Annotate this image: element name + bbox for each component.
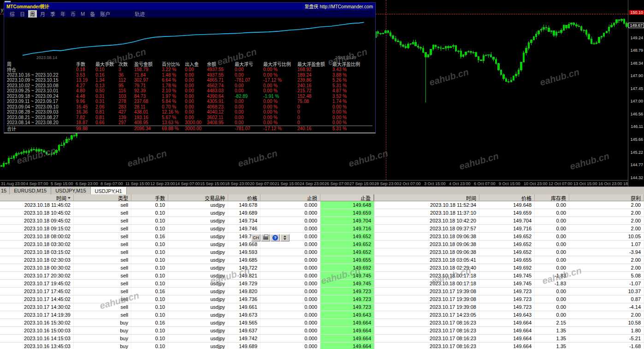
history-row[interactable]: 2023.10.18 08:00:02sell0.16usdjpy149.715… xyxy=(0,233,644,241)
history-cell-8: 149.643 xyxy=(479,311,535,319)
time-label: 26 Sep 07:00 xyxy=(325,181,349,186)
stats-cell: 2023.10.02 ~ 2023.10.08 xyxy=(7,83,76,88)
stats-menu-item-币[interactable]: 币 xyxy=(69,10,77,18)
history-row[interactable]: 2023.10.18 02:30:03sell0.10usdjpy149.685… xyxy=(0,256,644,264)
history-cell-6: 149.745 xyxy=(320,272,374,279)
history-row[interactable]: 2023.10.16 15:00:03buy0.10usdjpy149.6370… xyxy=(0,327,644,335)
history-cell-0: 2023.10.16 13:45:03 xyxy=(0,343,74,349)
history-cell-1: sell xyxy=(74,248,131,256)
sort-indicator-icon[interactable] xyxy=(68,197,71,199)
stats-cell: 3000.00 xyxy=(185,120,207,125)
stats-table: 周手数最大手数次数盈亏金额百分比%出入金余额最大浮亏最大浮亏比例最大浮盈金额最大… xyxy=(4,60,375,132)
history-cell-10: 10.58 xyxy=(569,319,644,326)
history-cell-3: usdjpy xyxy=(168,327,228,334)
stats-brand-link[interactable]: 复盘侠 http://MTCommander.com xyxy=(305,3,373,10)
header-label: 时间 xyxy=(466,194,476,202)
history-cell-6: 149.652 xyxy=(320,248,374,256)
history-cell-7: 2023.10.17 19:39:08 xyxy=(374,303,479,311)
history-cell-1: sell xyxy=(74,225,131,232)
history-row[interactable]: 2023.10.17 17:45:02sell0.16usdjpy149.820… xyxy=(0,288,644,295)
history-row[interactable]: 2023.10.17 14:19:39sell0.10usdjpy149.673… xyxy=(0,311,644,319)
stats-header-cell: 最大浮盈金额 xyxy=(297,60,332,67)
stats-menu-item-M[interactable]: M xyxy=(79,11,87,17)
history-row[interactable]: 2023.10.18 00:30:02sell0.10usdjpy149.722… xyxy=(0,264,644,272)
spin-button[interactable] xyxy=(280,234,290,241)
header-label: 止损 xyxy=(307,194,317,202)
stats-menu-item-综[interactable]: 综 xyxy=(8,10,17,18)
stats-menu-item-账户[interactable]: 账户 xyxy=(98,10,112,18)
stats-menu-item-日[interactable]: 日 xyxy=(18,10,27,18)
history-row[interactable]: 2023.10.18 11:45:02sell0.10usdjpy149.678… xyxy=(0,201,644,209)
stats-cell: 240.16 xyxy=(297,126,332,131)
stats-cell: 0.31 xyxy=(95,99,118,104)
history-row[interactable]: 2023.10.17 19:45:02sell0.10usdjpy149.729… xyxy=(0,280,644,288)
stats-header-cell: 最大手数 xyxy=(95,60,118,67)
history-row[interactable]: 2023.10.18 03:30:02sell0.10usdjpy149.668… xyxy=(0,241,644,248)
history-cell-2: 0.10 xyxy=(131,248,168,256)
history-row[interactable]: 2023.10.18 09:45:02sell0.10usdjpy149.734… xyxy=(0,217,644,225)
history-cell-8: 149.652 xyxy=(479,248,535,256)
stats-cell: 4.80 xyxy=(76,88,95,93)
chart-tab-eurusd-m15[interactable]: EURUSD,M15 xyxy=(10,187,51,194)
stats-menu-item-年[interactable]: 年 xyxy=(59,10,67,18)
history-header-3[interactable]: 交易品种 xyxy=(168,194,228,202)
stats-cell: 0.00 % xyxy=(263,109,297,114)
chart-tab-usdjpy-m15[interactable]: USDJPY,M15 xyxy=(51,187,90,194)
history-row[interactable]: 2023.10.16 14:15:03buy0.10usdjpy149.7420… xyxy=(0,335,644,343)
stats-cell: 4040.12 xyxy=(207,109,235,114)
time-label: 9 Oct 15:00 xyxy=(499,181,520,186)
stats-cell: 0.00 % xyxy=(263,88,297,93)
history-header-8[interactable]: 价格 xyxy=(479,194,535,202)
stats-header-cell: 最大浮亏 xyxy=(235,60,263,67)
stats-cell: 2023.10.09 ~ 2023.10.15 xyxy=(7,78,76,83)
ch-button[interactable]: CH xyxy=(251,234,260,241)
help-button[interactable]: ? xyxy=(271,234,280,241)
history-row[interactable]: 2023.10.17 14:45:02sell0.10usdjpy149.736… xyxy=(0,295,644,303)
history-row[interactable]: 2023.10.18 09:15:02sell0.10usdjpy149.746… xyxy=(0,225,644,233)
stats-cell: 0.18 xyxy=(76,67,95,72)
history-header-10[interactable]: 获利 xyxy=(569,194,644,202)
history-header-2[interactable]: 手数 xyxy=(131,194,168,202)
stats-menu-item-备[interactable]: 备 xyxy=(88,10,97,18)
history-cell-10: 10.37 xyxy=(569,288,644,295)
history-cell-6: 149.664 xyxy=(320,319,374,326)
stats-menu-item-月[interactable]: 月 xyxy=(38,10,47,18)
header-label: 库存费 xyxy=(551,194,566,202)
price-label: 147.45 xyxy=(630,86,643,91)
history-row[interactable]: 2023.10.17 20:30:02sell0.10usdjpy149.821… xyxy=(0,272,644,280)
stats-cell: 0.10 xyxy=(95,67,118,72)
history-cell-3: usdjpy xyxy=(168,264,228,271)
history-row[interactable]: 2023.10.17 14:30:02sell0.10usdjpy149.661… xyxy=(0,303,644,311)
history-header-4[interactable]: 价格 xyxy=(228,194,260,202)
history-row[interactable]: 2023.10.16 15:30:02buy0.16usdjpy149.5650… xyxy=(0,319,644,327)
header-label: 类型 xyxy=(118,194,128,202)
history-header-5[interactable]: 止损 xyxy=(260,194,320,202)
history-header-0[interactable]: 时间 xyxy=(0,194,74,202)
history-cell-10: -1.68 xyxy=(569,343,644,349)
print-button[interactable] xyxy=(261,234,270,241)
history-header-9[interactable]: 库存费 xyxy=(535,194,569,202)
chart-tab-usdjpy-h1[interactable]: USDJPY,H1 xyxy=(91,187,127,194)
stats-menu-item-track[interactable]: 轨迹 xyxy=(133,10,147,18)
stats-cell: 0.00 % xyxy=(332,120,363,125)
stats-cell: 0.00 % xyxy=(263,67,297,72)
history-cell-4: 149.673 xyxy=(228,311,260,319)
price-label: 149.67 xyxy=(628,23,644,28)
equity-chart: 2023.08.14 2023.10.16 xyxy=(4,18,375,60)
history-header-6[interactable]: 止盈 xyxy=(320,194,374,202)
stats-menu-item-季[interactable]: 季 xyxy=(48,10,57,18)
time-label: 20 Sep 07:00 xyxy=(250,181,275,186)
history-header-1[interactable]: 类型 xyxy=(74,194,131,202)
stats-cell: 0.31 xyxy=(95,94,118,99)
stats-title-bar[interactable]: MTCommander统计 复盘侠 http://MTCommander.com xyxy=(4,3,375,10)
stats-cell: 99.88 xyxy=(76,126,95,131)
stats-menu-item-周[interactable]: 周 xyxy=(28,10,37,18)
history-row[interactable]: 2023.10.18 10:45:02sell0.10usdjpy149.689… xyxy=(0,209,644,217)
chart-tab-partial[interactable]: 15 xyxy=(0,187,10,194)
history-row[interactable]: 2023.10.18 03:15:02sell0.10usdjpy149.593… xyxy=(0,248,644,256)
history-cell-9: 0.00 xyxy=(535,264,569,271)
history-row[interactable]: 2023.10.16 13:45:03buy0.10usdjpy149.6890… xyxy=(0,343,644,349)
history-header-7[interactable]: 时间 xyxy=(374,194,479,202)
history-cell-5: 0.000 xyxy=(260,280,320,287)
time-label: 21 Sep 15:00 xyxy=(275,181,300,186)
